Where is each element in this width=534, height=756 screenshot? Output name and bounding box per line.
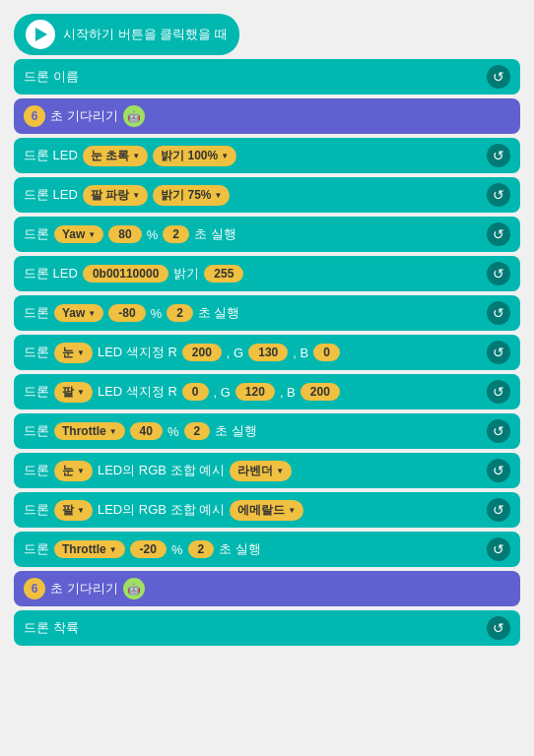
throttle-2-suffix: 초 실행: [219, 540, 261, 558]
rgb-1-refresh[interactable]: ↺: [487, 341, 510, 364]
rgb-combo-2-label: LED의 RGB 조합 예시: [98, 501, 225, 519]
yaw-1-refresh[interactable]: ↺: [487, 222, 510, 246]
rgb-2-b-label: , B: [280, 385, 296, 400]
rgb-2-label: LED 색지정 R: [98, 383, 177, 401]
throttle-block-1: 드론 Throttle 40 % 2 초 실행 ↺: [14, 413, 520, 449]
main-container: 시작하기 버튼을 클릭했을 때 드론 이름 ↺ 6 초 기다리기 🤖 드론 LE…: [8, 8, 526, 652]
rgb-2-b: 200: [300, 383, 340, 401]
throttle-2-channel-dropdown[interactable]: Throttle: [54, 540, 125, 558]
throttle-1-channel-dropdown[interactable]: Throttle: [54, 422, 125, 440]
wait-label-1: 초 기다리기: [50, 107, 118, 125]
yaw-1-prefix: 드론: [24, 225, 49, 243]
rgb-1-g: 130: [248, 344, 288, 361]
rgb-1-part-dropdown[interactable]: 눈: [54, 343, 93, 363]
play-triangle-icon: [35, 28, 47, 41]
yaw-1-percent: %: [147, 227, 159, 242]
yaw-block-2: 드론 Yaw -80 % 2 초 실행 ↺: [14, 295, 520, 331]
rgb-combo-1-refresh[interactable]: ↺: [487, 459, 510, 482]
wait-number-1: 6: [24, 105, 45, 127]
throttle-1-value: 40: [130, 422, 163, 440]
throttle-1-percent: %: [167, 424, 179, 439]
throttle-2-value: -20: [130, 540, 167, 558]
yaw-1-time: 2: [163, 225, 189, 243]
throttle-1-suffix: 초 실행: [215, 422, 257, 440]
yaw-2-channel-dropdown[interactable]: Yaw: [54, 304, 103, 322]
rgb-combo-1-prefix: 드론: [24, 462, 49, 479]
led-block-1: 드론 LED 눈 초록 밝기 100% ↺: [14, 138, 520, 173]
led-2-refresh[interactable]: ↺: [487, 183, 510, 207]
android-icon-2: 🤖: [123, 578, 145, 599]
wait-block-1: 6 초 기다리기 🤖: [14, 98, 520, 134]
wait-number-2: 6: [24, 578, 45, 599]
throttle-1-refresh[interactable]: ↺: [487, 419, 510, 443]
yaw-2-prefix: 드론: [24, 304, 49, 322]
led-hex-block: 드론 LED 0b00110000 밝기 255 ↺: [14, 256, 520, 291]
rgb-2-r: 0: [182, 383, 209, 401]
yaw-2-refresh[interactable]: ↺: [487, 301, 510, 325]
rgb-combo-block-1: 드론 눈 LED의 RGB 조합 예시 라벤더 ↺: [14, 453, 520, 488]
android-icon-1: 🤖: [123, 105, 145, 127]
drone-land-block: 드론 착륙 ↺: [14, 610, 520, 646]
yaw-1-suffix: 초 실행: [194, 225, 236, 243]
rgb-combo-1-label: LED의 RGB 조합 예시: [98, 462, 225, 479]
yaw-2-percent: %: [151, 306, 163, 321]
led-hex-brightness: 255: [204, 265, 243, 283]
rgb-combo-2-value-dropdown[interactable]: 에메랄드: [230, 500, 303, 521]
led-2-color-dropdown[interactable]: 팔 파랑: [83, 185, 148, 206]
wait-block-2: 6 초 기다리기 🤖: [14, 571, 520, 606]
led-1-color-dropdown[interactable]: 눈 초록: [83, 146, 148, 166]
yaw-2-value: -80: [108, 304, 145, 322]
drone-land-refresh[interactable]: ↺: [487, 616, 510, 640]
rgb-2-g-label: , G: [214, 385, 231, 400]
throttle-2-time: 2: [188, 540, 215, 558]
led-hex-prefix: 드론 LED: [24, 265, 78, 283]
throttle-block-2: 드론 Throttle -20 % 2 초 실행 ↺: [14, 532, 520, 567]
led-block-2: 드론 LED 팔 파랑 밝기 75% ↺: [14, 177, 520, 213]
yaw-block-1: 드론 Yaw 80 % 2 초 실행 ↺: [14, 217, 520, 252]
start-label: 시작하기 버튼을 클릭했을 때: [63, 26, 228, 43]
throttle-2-percent: %: [171, 542, 183, 557]
yaw-1-channel-dropdown[interactable]: Yaw: [54, 225, 103, 243]
rgb-2-prefix: 드론: [24, 383, 49, 401]
led-hex-value: 0b00110000: [83, 265, 168, 283]
throttle-1-prefix: 드론: [24, 422, 49, 440]
throttle-1-time: 2: [184, 422, 211, 440]
yaw-2-time: 2: [167, 304, 193, 322]
rgb-1-prefix: 드론: [24, 344, 49, 361]
rgb-1-r: 200: [182, 344, 222, 361]
rgb-combo-1-value-dropdown[interactable]: 라벤더: [230, 461, 292, 481]
play-icon[interactable]: [26, 20, 55, 49]
rgb-block-1: 드론 눈 LED 색지정 R 200 , G 130 , B 0 ↺: [14, 335, 520, 370]
refresh-icon[interactable]: ↺: [487, 65, 510, 89]
rgb-block-2: 드론 팔 LED 색지정 R 0 , G 120 , B 200 ↺: [14, 374, 520, 410]
led-hex-refresh[interactable]: ↺: [487, 262, 510, 285]
yaw-2-suffix: 초 실행: [198, 304, 240, 322]
rgb-combo-1-part-dropdown[interactable]: 눈: [54, 461, 93, 481]
rgb-2-part-dropdown[interactable]: 팔: [54, 382, 93, 403]
drone-name-block: 드론 이름 ↺: [14, 59, 520, 94]
yaw-1-value: 80: [108, 225, 141, 243]
wait-label-2: 초 기다리기: [50, 580, 118, 598]
throttle-2-refresh[interactable]: ↺: [487, 537, 510, 561]
rgb-1-label: LED 색지정 R: [98, 344, 177, 361]
led-2-prefix: 드론 LED: [24, 186, 78, 204]
drone-land-text: 드론 착륙: [24, 619, 79, 637]
rgb-2-g: 120: [235, 383, 275, 401]
rgb-1-b-label: , B: [293, 346, 308, 360]
drone-name-text: 드론 이름: [24, 68, 79, 86]
led-hex-brightness-label: 밝기: [173, 265, 199, 283]
led-1-prefix: 드론 LED: [24, 147, 78, 164]
led-1-brightness-dropdown[interactable]: 밝기 100%: [153, 146, 236, 166]
rgb-1-b: 0: [313, 344, 340, 361]
throttle-2-prefix: 드론: [24, 540, 49, 558]
rgb-combo-block-2: 드론 팔 LED의 RGB 조합 예시 에메랄드 ↺: [14, 492, 520, 528]
rgb-combo-2-refresh[interactable]: ↺: [487, 498, 510, 522]
rgb-1-g-label: , G: [227, 346, 243, 360]
rgb-2-refresh[interactable]: ↺: [487, 380, 510, 404]
start-block: 시작하기 버튼을 클릭했을 때: [14, 14, 239, 55]
rgb-combo-2-part-dropdown[interactable]: 팔: [54, 500, 93, 521]
led-2-brightness-dropdown[interactable]: 밝기 75%: [153, 185, 230, 206]
led-1-refresh[interactable]: ↺: [487, 144, 510, 167]
rgb-combo-2-prefix: 드론: [24, 501, 49, 519]
